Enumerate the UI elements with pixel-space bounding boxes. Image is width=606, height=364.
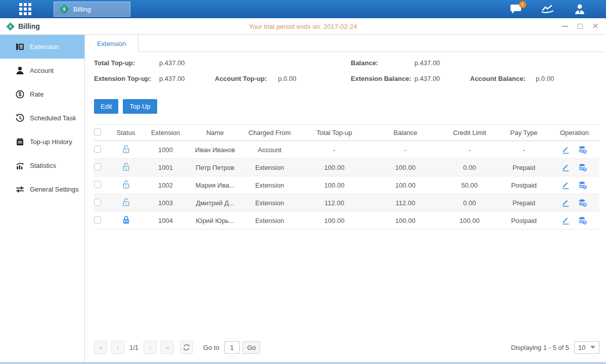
sidebar-item-label: Extension (30, 43, 59, 51)
rate-icon: $ (15, 90, 24, 99)
column-header-pay-type: Pay Type (498, 129, 549, 136)
table-row: 1002 Мария Ива... Extension 100.00 100.0… (94, 176, 599, 194)
billing-diamond-icon: $ (59, 4, 69, 14)
edit-row-icon[interactable] (562, 199, 570, 207)
table-row: 1001 Петр Петров Extension 100.00 100.00… (94, 159, 599, 176)
billing-app-window: $ Billing ! (0, 0, 606, 364)
balance-label: Balance: (351, 59, 378, 67)
main-panel: Extension Total Top-up: p.437.00 Balance… (85, 35, 606, 362)
total-topup-value: p.437.00 (159, 59, 185, 67)
topup-button[interactable]: Top Up (123, 99, 157, 114)
minimize-button[interactable] (562, 23, 569, 30)
extension-icon (15, 42, 24, 52)
trial-notice: Your trial period ends on: 2017-02-24 (0, 23, 606, 30)
account-topup-value: p.0.00 (278, 75, 296, 82)
apps-menu-icon[interactable] (19, 3, 31, 15)
extension-balance-label: Extension Balance: (351, 75, 411, 82)
cell-extension: 1001 (142, 164, 190, 171)
edit-row-icon[interactable] (562, 181, 570, 190)
cell-name: Петр Петров (190, 164, 241, 171)
topup-history-icon (15, 138, 24, 147)
svg-text:$: $ (584, 150, 586, 154)
page-size-select[interactable]: 10 (574, 341, 599, 354)
edit-row-icon[interactable] (562, 163, 570, 172)
cell-pay-type: Postpaid (498, 217, 549, 224)
table-row: 1000 Иван Иванов Account - - - - $ (94, 141, 599, 159)
sidebar-item-scheduled-task[interactable]: Scheduled Task (0, 106, 84, 130)
statistics-chart-icon[interactable] (541, 4, 554, 14)
cell-charged-from: Extension (241, 164, 299, 171)
tab-extension[interactable]: Extension (85, 35, 138, 53)
column-header-balance: Balance (370, 129, 441, 136)
close-button[interactable]: ✕ (592, 23, 599, 30)
cell-balance: - (370, 146, 441, 154)
cell-credit-limit: 0.00 (441, 199, 498, 207)
system-topbar: $ Billing ! (0, 0, 606, 18)
topup-row-icon[interactable]: $ (578, 181, 587, 190)
column-header-charged-from: Charged From (241, 129, 299, 136)
cell-charged-from: Extension (241, 199, 299, 207)
account-icon (15, 66, 24, 75)
cell-charged-from: Extension (241, 217, 299, 224)
topup-row-icon[interactable]: $ (578, 199, 587, 207)
sidebar-item-rate[interactable]: $ Rate (0, 82, 84, 106)
table-body: 1000 Иван Иванов Account - - - - $ (94, 141, 599, 230)
sidebar: Extension Account $ Rate (0, 35, 85, 362)
cell-balance: 100.00 (370, 164, 441, 171)
table-row: 1004 Юрий Юрь... Extension 100.00 100.00… (94, 212, 599, 230)
edit-row-icon[interactable] (562, 216, 570, 225)
cell-charged-from: Extension (241, 181, 299, 189)
row-checkbox[interactable] (94, 216, 101, 223)
row-checkbox[interactable] (94, 146, 101, 153)
topup-row-icon[interactable]: $ (578, 216, 587, 225)
maximize-button[interactable] (577, 23, 584, 30)
notification-badge: ! (519, 1, 526, 8)
sidebar-item-topup-history[interactable]: Top-up History (0, 130, 84, 154)
sidebar-item-general-settings[interactable]: General Settings (0, 177, 84, 201)
next-page-button[interactable]: › (144, 341, 157, 354)
svg-text:$: $ (584, 220, 586, 224)
edit-row-icon[interactable] (562, 146, 570, 154)
row-checkbox[interactable] (94, 181, 101, 188)
taskbar-item-label: Billing (73, 6, 91, 13)
cell-name: Юрий Юрь... (190, 217, 241, 224)
status-lock-icon (122, 183, 130, 191)
column-header-status: Status (110, 129, 142, 136)
chevron-down-icon (590, 346, 595, 349)
edit-button[interactable]: Edit (94, 99, 118, 114)
total-topup-label: Total Top-up: (94, 59, 135, 67)
cell-balance: 100.00 (370, 217, 441, 224)
first-page-button[interactable]: « (94, 341, 107, 354)
column-header-extension: Extension (142, 129, 190, 136)
status-lock-icon (122, 165, 130, 173)
balance-value: p.437.00 (414, 59, 440, 67)
extension-table: Status Extension Name Charged From Total… (94, 124, 599, 230)
cell-name: Дмитрий Д... (190, 199, 241, 207)
table-header: Status Extension Name Charged From Total… (94, 124, 599, 141)
cell-charged-from: Account (241, 146, 299, 154)
row-checkbox[interactable] (94, 163, 101, 170)
sidebar-item-statistics[interactable]: Statistics (0, 154, 84, 177)
goto-page-input[interactable] (224, 341, 240, 354)
prev-page-button[interactable]: ‹ (111, 341, 124, 354)
taskbar-item-billing[interactable]: $ Billing (54, 2, 130, 17)
account-topup-label: Account Top-up: (215, 75, 267, 82)
go-button[interactable]: Go (243, 341, 260, 354)
svg-text:$: $ (584, 203, 586, 207)
last-page-button[interactable]: » (161, 341, 174, 354)
sidebar-item-account[interactable]: Account (0, 59, 84, 82)
sidebar-item-extension[interactable]: Extension (0, 35, 84, 59)
page-indicator: 1/1 (129, 344, 138, 351)
user-account-icon[interactable] (574, 4, 586, 15)
cell-credit-limit: - (441, 146, 498, 154)
select-all-checkbox[interactable] (94, 128, 101, 135)
chat-icon[interactable]: ! (510, 4, 522, 14)
extension-topup-label: Extension Top-up: (94, 75, 151, 82)
sidebar-item-label: Rate (30, 90, 43, 98)
refresh-icon[interactable] (180, 341, 193, 354)
topup-row-icon[interactable]: $ (578, 163, 587, 172)
account-balance-label: Account Balance: (470, 75, 526, 82)
topup-row-icon[interactable]: $ (578, 146, 587, 154)
row-checkbox[interactable] (94, 199, 101, 206)
status-lock-icon (122, 201, 130, 208)
